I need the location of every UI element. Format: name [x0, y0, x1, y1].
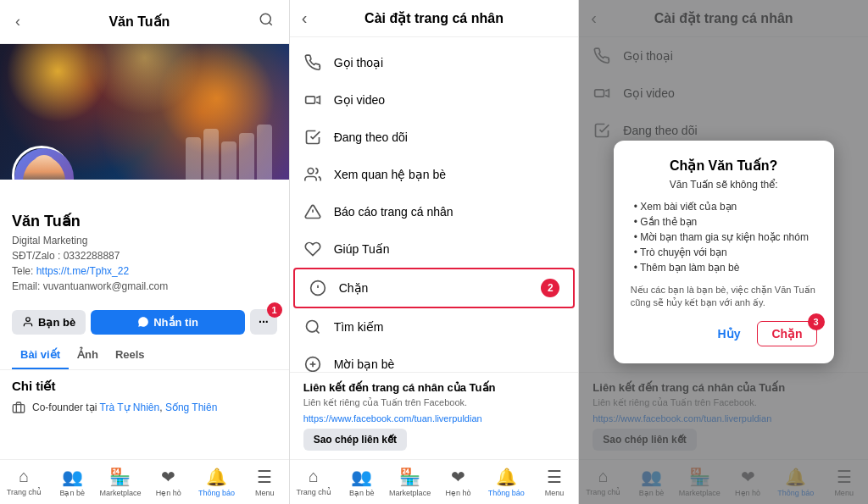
work-icon: [12, 401, 25, 414]
svg-line-1: [269, 22, 271, 25]
link-url-2: https://www.facebook.com/tuan.liverpuldi…: [303, 413, 565, 424]
nav2-marketplace-label: Marketplace: [389, 489, 431, 497]
nav-home[interactable]: ⌂ Trang chủ: [0, 465, 48, 499]
block-icon: [309, 279, 327, 297]
dating2-icon: ❤: [451, 467, 465, 487]
nav2-menu[interactable]: ☰ Menu: [531, 465, 579, 499]
nav-notifications-label: Thông báo: [198, 489, 235, 497]
modal-list-item-4: Trò chuyện với bạn: [634, 245, 817, 260]
invite-icon: [303, 355, 322, 372]
menu-item-invite[interactable]: Mời bạn bè: [290, 346, 579, 372]
badge-2: 2: [541, 279, 559, 297]
modal-list-item-2: Gắn thẻ bạn: [634, 214, 817, 230]
telegram-link[interactable]: https://t.me/Tphx_22: [36, 265, 129, 277]
friends2-icon: 👥: [351, 467, 372, 487]
menu-item-relationship[interactable]: Xem quan hệ bạn bè: [290, 156, 579, 193]
menu2-icon: ☰: [547, 467, 562, 487]
menu-video-label: Gọi video: [334, 93, 385, 107]
modal-list-item-5: Thêm bạn làm bạn bè: [634, 260, 817, 275]
marketplace-icon: 🏪: [109, 467, 131, 487]
block-modal: Chặn Văn Tuấn? Văn Tuấn sẽ không thể: Xe…: [614, 141, 834, 364]
menu-item-follow[interactable]: Đang theo dõi: [290, 119, 579, 156]
menu-report-label: Báo cáo trang cá nhân: [334, 205, 453, 219]
tab-reels[interactable]: Reels: [107, 341, 153, 369]
modal-list: Xem bài viết của bạn Gắn thẻ bạn Mời bạn…: [631, 199, 817, 275]
menu-help-label: Giúp Tuấn: [334, 242, 390, 256]
details-title: Chi tiết: [12, 379, 277, 394]
menu-follow-label: Đang theo dõi: [334, 130, 408, 144]
menu-relationship-label: Xem quan hệ bạn bè: [334, 168, 446, 181]
detail-work: Co-founder tại Trà Tự Nhiên, Sống Thiên: [32, 402, 217, 413]
svg-point-0: [260, 14, 270, 24]
badge-3: 3: [808, 313, 825, 330]
tab-posts[interactable]: Bài viết: [12, 341, 69, 369]
menu-item-block[interactable]: Chặn 2: [293, 268, 576, 308]
modal-confirm-label: Chặn: [771, 327, 802, 341]
search-menu-icon: [303, 318, 322, 336]
nav2-menu-label: Menu: [545, 489, 565, 497]
menu-invite-label: Mời bạn bè: [334, 357, 395, 371]
message-button-label: Nhắn tin: [153, 316, 198, 329]
settings-back-button[interactable]: ‹: [302, 8, 308, 28]
help-icon: [303, 240, 322, 258]
dating-icon: ❤: [161, 467, 175, 487]
nav-menu[interactable]: ☰ Menu: [241, 465, 289, 499]
back-button[interactable]: ‹: [12, 9, 24, 34]
modal-title: Chặn Văn Tuấn?: [631, 158, 817, 174]
nav-marketplace-label: Marketplace: [99, 489, 141, 497]
modal-list-item-3: Mời bạn tham gia sự kiện hoặc nhóm: [634, 230, 817, 245]
home-icon: ⌂: [19, 467, 29, 486]
menu-item-video[interactable]: Gọi video: [290, 81, 579, 119]
relationship-icon: [303, 165, 322, 184]
friend-icon: [22, 316, 34, 328]
friends-icon: 👥: [62, 467, 83, 487]
marketplace2-icon: 🏪: [399, 467, 420, 487]
detail-item: Co-founder tại Trà Tự Nhiên, Sống Thiên: [12, 401, 277, 414]
search-button[interactable]: [255, 8, 277, 35]
tab-photos[interactable]: Ảnh: [69, 341, 107, 369]
nav2-dating[interactable]: ❤ Hẹn hò: [434, 465, 482, 499]
notifications-icon: 🔔: [206, 467, 227, 487]
bottom-nav-1: ⌂ Trang chủ 👥 Bạn bè 🏪 Marketplace ❤ Hẹn…: [0, 459, 289, 504]
modal-buttons: Hủy Chặn 3: [631, 321, 817, 346]
nav-dating[interactable]: ❤ Hẹn hò: [144, 465, 192, 499]
link-title-2: Liên kết đến trang cá nhân của Tuấn: [303, 381, 565, 394]
copy-link-button-2[interactable]: Sao chép liên kết: [303, 429, 407, 451]
profile-telegram: Tele: https://t.me/Tphx_22: [12, 263, 277, 279]
nav-friends[interactable]: 👥 Bạn bè: [48, 465, 97, 499]
menu-block-label: Chặn: [339, 281, 369, 295]
more-button-label: ···: [259, 315, 269, 329]
menu-item-call[interactable]: Gọi thoại: [290, 44, 579, 81]
nav2-home[interactable]: ⌂ Trang chủ: [290, 465, 338, 499]
nav2-marketplace[interactable]: 🏪 Marketplace: [386, 465, 434, 499]
menu-item-help[interactable]: Giúp Tuấn: [290, 230, 579, 268]
friend-button-label: Bạn bè: [38, 316, 75, 329]
nav2-notifications-label: Thông báo: [488, 489, 525, 497]
settings-menu-list: Gọi thoại Gọi video Đang theo dõi Xem qu…: [290, 37, 579, 372]
modal-cancel-button[interactable]: Hủy: [708, 321, 751, 346]
menu-search-label: Tìm kiếm: [334, 320, 384, 334]
menu-call-label: Gọi thoại: [334, 56, 383, 69]
friend-button[interactable]: Bạn bè: [12, 310, 86, 335]
video-icon: [303, 91, 322, 109]
home2-icon: ⌂: [309, 467, 319, 486]
link-subtitle-2: Liên kết riêng của Tuấn trên Facebook.: [303, 397, 565, 408]
profile-tabs: Bài viết Ảnh Reels: [0, 341, 289, 370]
modal-confirm-button[interactable]: Chặn 3: [757, 321, 816, 346]
message-button[interactable]: Nhắn tin: [91, 310, 245, 335]
nav2-notifications[interactable]: 🔔 Thông báo: [482, 465, 531, 499]
report-icon: [303, 202, 322, 221]
nav-home-label: Trang chủ: [7, 488, 42, 496]
profile-panel: ‹ Văn Tuấn Văn Tuấn Digital Marketi: [0, 0, 290, 504]
nav2-friends[interactable]: 👥 Bạn bè: [337, 465, 386, 499]
menu-item-report[interactable]: Báo cáo trang cá nhân: [290, 193, 579, 230]
nav-notifications[interactable]: 🔔 Thông báo: [192, 465, 241, 499]
more-options-button[interactable]: ··· 1: [250, 309, 277, 335]
details-section: Chi tiết Co-founder tại Trà Tự Nhiên, Số…: [0, 370, 289, 426]
nav-marketplace[interactable]: 🏪 Marketplace: [97, 465, 145, 499]
profile-meta: Digital Marketing SĐT/Zalo : 0332288887 …: [12, 233, 277, 294]
settings-panel: ‹ Cài đặt trang cá nhân Gọi thoại Gọi vi…: [290, 0, 580, 504]
follow-icon: [303, 128, 322, 147]
menu-item-search[interactable]: Tìm kiếm: [290, 308, 579, 346]
profile-cover: [0, 44, 289, 180]
